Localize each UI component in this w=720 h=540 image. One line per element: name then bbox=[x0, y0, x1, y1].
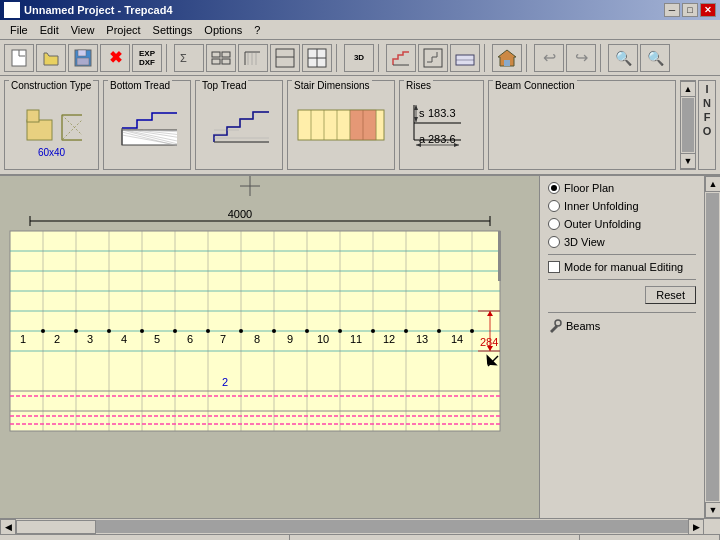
t5-button[interactable] bbox=[302, 44, 332, 72]
h-scroll-thumb[interactable] bbox=[16, 520, 96, 534]
bottom-tread-icon[interactable] bbox=[112, 98, 182, 153]
undo-button[interactable]: ↩ bbox=[534, 44, 564, 72]
svg-text:1: 1 bbox=[20, 333, 26, 345]
svg-text:5: 5 bbox=[154, 333, 160, 345]
top-tread-title: Top Tread bbox=[200, 80, 248, 91]
new-button[interactable] bbox=[4, 44, 34, 72]
reset-divider bbox=[548, 312, 696, 313]
delete-button[interactable]: ✖ bbox=[100, 44, 130, 72]
svg-point-103 bbox=[107, 329, 111, 333]
info-N: N bbox=[703, 97, 711, 109]
beam-connection-title: Beam Connection bbox=[493, 80, 577, 91]
menu-project[interactable]: Project bbox=[100, 22, 146, 38]
main-scroll-up[interactable]: ▲ bbox=[705, 176, 720, 192]
svg-text:183.3: 183.3 bbox=[428, 107, 456, 119]
svg-marker-43 bbox=[214, 112, 269, 142]
stair-t1[interactable] bbox=[386, 44, 416, 72]
menu-edit[interactable]: Edit bbox=[34, 22, 65, 38]
outer-unfolding-radio[interactable] bbox=[548, 218, 560, 230]
svg-line-31 bbox=[62, 115, 82, 140]
close-button[interactable]: ✕ bbox=[700, 3, 716, 17]
floor-plan-radio[interactable] bbox=[548, 182, 560, 194]
coords-section: 3087.65 / 828.02 bbox=[580, 535, 720, 540]
svg-text:4: 4 bbox=[121, 333, 127, 345]
save-button[interactable] bbox=[68, 44, 98, 72]
floor-plan-option[interactable]: Floor Plan bbox=[548, 182, 696, 194]
main-container: 4000 bbox=[0, 176, 720, 518]
construction-type-title: Construction Type bbox=[9, 80, 93, 91]
manual-editing-checkbox[interactable] bbox=[548, 261, 560, 273]
bottom-tread-group: Bottom Tread bbox=[103, 80, 191, 170]
svg-point-102 bbox=[74, 329, 78, 333]
manual-editing-option[interactable]: Mode for manual Editing bbox=[548, 261, 696, 273]
info-I: I bbox=[705, 83, 708, 95]
stair-dimensions-title: Stair Dimensions bbox=[292, 80, 372, 91]
svg-point-105 bbox=[173, 329, 177, 333]
menu-help[interactable]: ? bbox=[248, 22, 266, 38]
zoom-in-button[interactable]: 🔍 bbox=[608, 44, 638, 72]
h-scroll-left[interactable]: ◀ bbox=[0, 519, 16, 535]
3d-button[interactable]: 3D bbox=[344, 44, 374, 72]
t2-button[interactable] bbox=[206, 44, 236, 72]
svg-text:12: 12 bbox=[383, 333, 395, 345]
redo-button[interactable]: ↪ bbox=[566, 44, 596, 72]
outer-unfolding-label: Outer Unfolding bbox=[564, 218, 641, 230]
main-scroll-down[interactable]: ▼ bbox=[705, 502, 720, 518]
inner-unfolding-radio[interactable] bbox=[548, 200, 560, 212]
svg-rect-12 bbox=[276, 49, 294, 67]
options-divider bbox=[548, 254, 696, 255]
top-tread-icon[interactable] bbox=[204, 98, 274, 153]
sep-2 bbox=[336, 44, 340, 72]
rises-icon: s 183.3 a 283.6 bbox=[404, 93, 479, 158]
svg-rect-138 bbox=[498, 231, 501, 281]
inner-unfolding-option[interactable]: Inner Unfolding bbox=[548, 200, 696, 212]
3d-view-option[interactable]: 3D View bbox=[548, 236, 696, 248]
scroll-down-button[interactable]: ▼ bbox=[680, 153, 696, 169]
sep-4 bbox=[484, 44, 488, 72]
outer-unfolding-option[interactable]: Outer Unfolding bbox=[548, 218, 696, 230]
info-panel: I N F O bbox=[698, 80, 716, 170]
stair-t3[interactable] bbox=[450, 44, 480, 72]
stair-dimensions-icon[interactable] bbox=[294, 93, 389, 158]
zoom-out-button[interactable]: 🔍 bbox=[640, 44, 670, 72]
reset-button[interactable]: Reset bbox=[645, 286, 696, 304]
menu-settings[interactable]: Settings bbox=[147, 22, 199, 38]
sep-6 bbox=[600, 44, 604, 72]
manual-editing-label: Mode for manual Editing bbox=[564, 261, 683, 273]
menu-view[interactable]: View bbox=[65, 22, 101, 38]
drawing-area[interactable]: 4000 bbox=[0, 176, 539, 518]
house-button[interactable] bbox=[492, 44, 522, 72]
stair-drawing: 4000 bbox=[0, 176, 539, 518]
svg-point-101 bbox=[41, 329, 45, 333]
svg-rect-7 bbox=[222, 52, 230, 57]
menu-file[interactable]: File bbox=[4, 22, 34, 38]
inner-unfolding-label: Inner Unfolding bbox=[564, 200, 639, 212]
svg-point-107 bbox=[239, 329, 243, 333]
svg-point-139 bbox=[555, 320, 561, 326]
svg-point-106 bbox=[206, 329, 210, 333]
svg-point-109 bbox=[305, 329, 309, 333]
minimize-button[interactable]: ─ bbox=[664, 3, 680, 17]
beam-connection-group: Beam Connection bbox=[488, 80, 676, 170]
h-scroll-right[interactable]: ▶ bbox=[688, 519, 704, 535]
scroll-up-button[interactable]: ▲ bbox=[680, 81, 696, 97]
export-button[interactable]: EXPDXF bbox=[132, 44, 162, 72]
sep-1 bbox=[166, 44, 170, 72]
t1-button[interactable]: Σ bbox=[174, 44, 204, 72]
open-button[interactable] bbox=[36, 44, 66, 72]
restore-button[interactable]: □ bbox=[682, 3, 698, 17]
t4-button[interactable] bbox=[270, 44, 300, 72]
menu-options[interactable]: Options bbox=[198, 22, 248, 38]
construction-type-icon[interactable] bbox=[17, 92, 87, 147]
3d-view-radio[interactable] bbox=[548, 236, 560, 248]
title-bar: 🏗 Unnamed Project - Trepcad4 ─ □ ✕ bbox=[0, 0, 720, 20]
stair-dimensions-group: Stair Dimensions bbox=[287, 80, 395, 170]
sep-3 bbox=[378, 44, 382, 72]
construction-type-group: Construction Type 60x40 bbox=[4, 80, 99, 170]
help-section: Press F1 to get help. bbox=[0, 535, 290, 540]
stair-t2[interactable] bbox=[418, 44, 448, 72]
t3-button[interactable] bbox=[238, 44, 268, 72]
svg-rect-18 bbox=[424, 49, 442, 67]
svg-text:a: a bbox=[419, 133, 426, 145]
svg-rect-3 bbox=[77, 58, 89, 65]
